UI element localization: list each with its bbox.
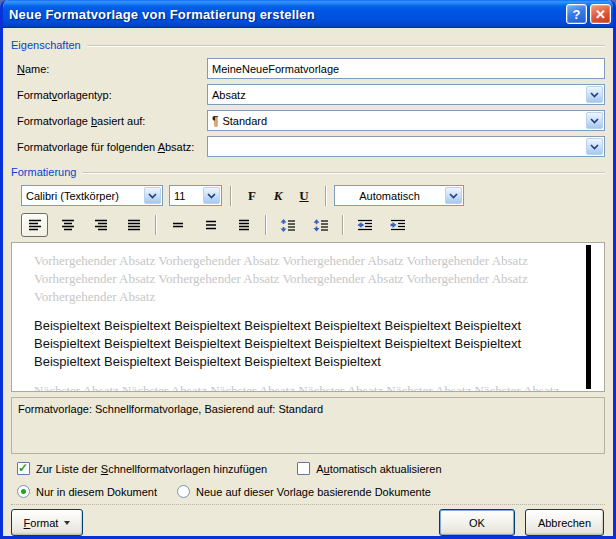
cancel-button[interactable]: Abbrechen — [525, 509, 604, 536]
checkbox-row: Zur Liste der Schnellformatvorlagen hinz… — [17, 460, 605, 477]
chevron-down-icon[interactable] — [586, 86, 603, 103]
paragraph-spacing-decrease-icon — [313, 219, 329, 232]
font-size-combobox[interactable]: 11 — [169, 185, 222, 206]
chevron-down-icon[interactable] — [586, 112, 603, 129]
format-menu-button[interactable]: Format — [11, 509, 83, 536]
section-formatting: Formatierung — [11, 164, 605, 180]
align-center-button[interactable] — [54, 213, 81, 237]
style-type-label: Formatvorlagentyp: — [17, 89, 207, 101]
new-documents-label: Neue auf dieser Vorlage basierende Dokum… — [196, 486, 431, 498]
justify-icon — [127, 219, 141, 231]
footer-separator — [11, 504, 605, 505]
line-spacing-single-button[interactable] — [164, 213, 191, 237]
auto-update-label: Automatisch aktualisieren — [316, 463, 441, 475]
name-label: Name: — [17, 63, 207, 75]
radio-row: Nur in diesem Dokument Neue auf dieser V… — [17, 483, 605, 500]
toolbar-separator — [325, 186, 326, 206]
only-in-document-radio[interactable] — [17, 485, 30, 498]
font-name-value: Calibri (Textkörper) — [22, 190, 143, 202]
font-name-combobox[interactable]: Calibri (Textkörper) — [21, 185, 163, 206]
style-type-combobox[interactable]: Absatz — [207, 84, 605, 105]
chevron-down-icon[interactable] — [445, 187, 462, 204]
font-color-value: Automatisch — [335, 190, 444, 202]
chevron-down-icon[interactable] — [203, 187, 220, 204]
style-description-box: Formatvorlage: Schnellformatvorlage, Bas… — [11, 397, 605, 454]
following-paragraph-row: Formatvorlage für folgenden Absatz: — [17, 136, 605, 157]
align-center-icon — [61, 219, 75, 231]
auto-update-checkbox[interactable] — [297, 462, 310, 475]
add-to-quick-styles-label: Zur Liste der Schnellformatvorlagen hinz… — [36, 463, 267, 475]
section-rule — [87, 45, 605, 47]
style-name-input[interactable] — [207, 58, 605, 79]
section-rule — [82, 172, 605, 174]
italic-button[interactable]: K — [265, 185, 291, 207]
align-right-icon — [94, 219, 108, 231]
preview-next-paragraph: Nächster Absatz Nächster Absatz Nächster… — [34, 382, 570, 391]
line-spacing-single-icon — [171, 219, 185, 231]
style-type-value: Absatz — [208, 89, 585, 101]
preview-previous-paragraph: Vorhergehender Absatz Vorhergehender Abs… — [34, 252, 570, 306]
line-spacing-double-button[interactable] — [230, 213, 257, 237]
close-icon: ✕ — [595, 8, 606, 21]
chevron-down-icon[interactable] — [586, 138, 603, 155]
indent-decrease-button[interactable] — [351, 213, 378, 237]
line-spacing-1-5-icon — [204, 219, 218, 231]
paragraph-mark-icon: ¶ — [212, 114, 218, 128]
align-right-button[interactable] — [87, 213, 114, 237]
toolbar-separator — [230, 186, 231, 206]
style-type-row: Formatvorlagentyp: Absatz — [17, 84, 605, 105]
bold-button[interactable]: F — [239, 185, 265, 207]
new-style-dialog: Neue Formatvorlage von Formatierung erst… — [0, 0, 616, 539]
new-documents-radio[interactable] — [177, 485, 190, 498]
following-paragraph-label: Formatvorlage für folgenden Absatz: — [17, 141, 207, 153]
preview-sample-text: Beispieltext Beispieltext Beispieltext B… — [34, 317, 570, 371]
name-row: Name: — [17, 58, 605, 79]
based-on-value: Standard — [222, 115, 267, 127]
style-description-text: Formatvorlage: Schnellformatvorlage, Bas… — [18, 403, 323, 415]
toolbar-separator — [342, 215, 343, 235]
line-spacing-1-5-button[interactable] — [197, 213, 224, 237]
based-on-label: Formatvorlage basiert auf: — [17, 115, 207, 127]
font-size-value: 11 — [170, 190, 202, 202]
only-in-document-label: Nur in diesem Dokument — [36, 486, 157, 498]
align-left-button[interactable] — [21, 213, 48, 237]
add-to-quick-styles-checkbox[interactable] — [17, 462, 30, 475]
window-title: Neue Formatvorlage von Formatierung erst… — [0, 7, 566, 22]
title-bar[interactable]: Neue Formatvorlage von Formatierung erst… — [0, 0, 616, 28]
underline-button[interactable]: U — [291, 185, 317, 207]
font-toolbar: Calibri (Textkörper) 11 F K U Automatisc… — [21, 184, 605, 207]
justify-button[interactable] — [120, 213, 147, 237]
align-left-icon — [28, 219, 42, 231]
font-color-combobox[interactable]: Automatisch — [334, 185, 464, 206]
help-button[interactable]: ? — [566, 4, 587, 24]
section-formatting-caption: Formatierung — [11, 166, 82, 178]
based-on-row: Formatvorlage basiert auf: ¶Standard — [17, 110, 605, 131]
following-paragraph-combobox[interactable] — [207, 136, 605, 157]
indent-decrease-icon — [357, 219, 373, 232]
toolbar-separator — [155, 215, 156, 235]
new-documents-option[interactable]: Neue auf dieser Vorlage basierende Dokum… — [177, 485, 431, 498]
preview-right-margin-bar — [586, 245, 591, 389]
indent-increase-icon — [390, 219, 406, 232]
section-properties: Eigenschaften — [11, 37, 605, 53]
section-properties-caption: Eigenschaften — [11, 39, 87, 51]
style-preview-pane: Vorhergehender Absatz Vorhergehender Abs… — [11, 242, 605, 392]
footer: Format OK Abbrechen — [11, 509, 605, 536]
chevron-down-icon[interactable] — [144, 187, 161, 204]
add-to-quick-styles-option[interactable]: Zur Liste der Schnellformatvorlagen hinz… — [17, 462, 267, 475]
help-icon: ? — [573, 8, 581, 21]
based-on-combobox[interactable]: ¶Standard — [207, 110, 605, 131]
toolbar-separator — [265, 215, 266, 235]
line-spacing-double-icon — [237, 219, 251, 231]
ok-button[interactable]: OK — [439, 509, 515, 536]
paragraph-spacing-decrease-button[interactable] — [307, 213, 334, 237]
paragraph-spacing-increase-icon — [280, 219, 296, 232]
paragraph-spacing-increase-button[interactable] — [274, 213, 301, 237]
auto-update-option[interactable]: Automatisch aktualisieren — [297, 462, 441, 475]
dropdown-caret-icon — [64, 521, 70, 525]
paragraph-toolbar — [21, 212, 605, 238]
indent-increase-button[interactable] — [384, 213, 411, 237]
only-in-document-option[interactable]: Nur in diesem Dokument — [17, 485, 157, 498]
close-button[interactable]: ✕ — [590, 4, 611, 24]
